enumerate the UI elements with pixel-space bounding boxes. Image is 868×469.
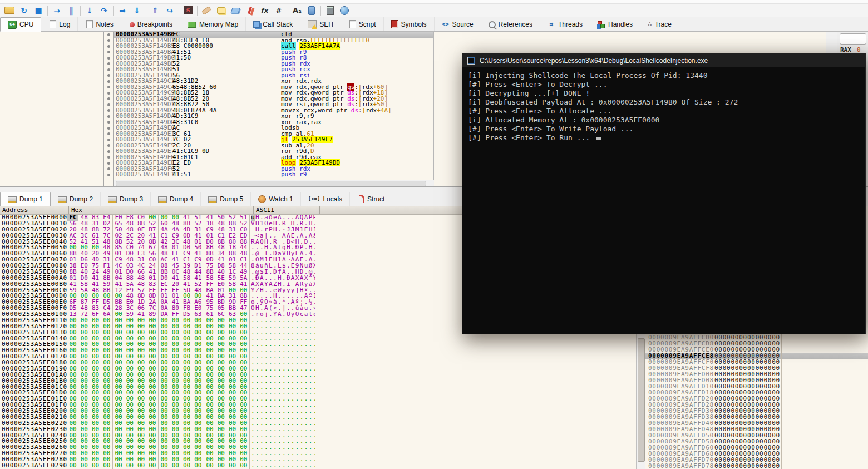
- labels-button[interactable]: [228, 4, 243, 17]
- calculator-button[interactable]: [323, 4, 337, 17]
- tab-source[interactable]: <>Source: [435, 17, 481, 31]
- tab-watch1[interactable]: Watch 1: [251, 192, 301, 206]
- breakpoint-dot-row[interactable]: [104, 113, 113, 120]
- stop-button[interactable]: ■: [31, 4, 46, 17]
- tab-trace[interactable]: ∴Trace: [640, 17, 679, 31]
- breakpoint-dot[interactable]: [107, 68, 110, 71]
- breakpoint-dot-row[interactable]: [104, 67, 113, 73]
- tab-locals[interactable]: [x=]Locals: [301, 192, 350, 206]
- breakpoint-dot-row[interactable]: [104, 102, 113, 108]
- tab-symbols[interactable]: Symbols: [384, 17, 435, 31]
- breakpoint-dot[interactable]: [107, 80, 110, 83]
- tab-threads[interactable]: ⇉Threads: [540, 17, 590, 31]
- breakpoint-dot-row[interactable]: [104, 125, 113, 131]
- functions-button[interactable]: fx: [257, 4, 272, 17]
- stack-row[interactable]: 0000009EA9AFFD780000000000000000: [645, 463, 868, 469]
- run-button[interactable]: →: [50, 4, 64, 17]
- breakpoint-dot[interactable]: [107, 127, 110, 130]
- breakpoint-dot[interactable]: [107, 92, 110, 95]
- breakpoint-dot[interactable]: [107, 144, 110, 147]
- step-into-button[interactable]: ↓: [82, 4, 97, 17]
- breakpoint-dot-row[interactable]: [104, 108, 113, 114]
- run-to-user-code-button[interactable]: ⇒: [115, 4, 130, 17]
- breakpoint-dot[interactable]: [107, 115, 110, 118]
- tab-breakpoints[interactable]: Breakpoints: [121, 17, 180, 31]
- breakpoint-dot[interactable]: [107, 174, 110, 176]
- dump-header-ascii[interactable]: ASCII: [254, 206, 320, 214]
- breakpoint-dot[interactable]: [107, 33, 110, 36]
- pause-button[interactable]: ‖: [64, 4, 78, 17]
- breakpoint-dot-row[interactable]: [104, 166, 113, 172]
- dump-header-address[interactable]: Address: [0, 206, 69, 214]
- tab-dump5[interactable]: Dump 5: [201, 192, 251, 206]
- breakpoint-dot-row[interactable]: [104, 61, 113, 67]
- breakpoint-dot-row[interactable]: [104, 50, 113, 56]
- scylla-button[interactable]: S: [181, 4, 195, 17]
- breakpoint-dot[interactable]: [107, 39, 110, 42]
- breakpoint-dot[interactable]: [107, 156, 110, 159]
- execute-till-return-button[interactable]: ⇑: [148, 4, 162, 17]
- breakpoint-dot-row[interactable]: [104, 73, 113, 79]
- registers-toolbox[interactable]: [840, 33, 866, 45]
- breakpoint-dot[interactable]: [107, 121, 110, 124]
- dump-header-hex[interactable]: Hex: [69, 206, 254, 214]
- disassembly-row[interactable]: 00000253A5F149F141:51push r9: [114, 172, 433, 178]
- breakpoint-dot[interactable]: [107, 57, 110, 60]
- comments-button[interactable]: [214, 4, 228, 17]
- console-titlebar[interactable]: C:\Users\User\source\repos\Lesson3\x64\D…: [462, 53, 865, 67]
- tab-call-stack[interactable]: Call Stack: [246, 17, 300, 31]
- tab-notes[interactable]: Notes: [78, 17, 121, 31]
- breakpoint-dot[interactable]: [107, 167, 110, 170]
- breakpoint-dot-row[interactable]: [104, 55, 113, 61]
- tab-struct[interactable]: Struct: [350, 192, 392, 206]
- tab-handles[interactable]: Handles: [590, 17, 640, 31]
- breakpoint-dot-row[interactable]: [104, 96, 113, 102]
- breakpoint-dot[interactable]: [107, 109, 110, 112]
- breakpoint-dot-row[interactable]: [104, 160, 113, 166]
- tab-seh[interactable]: SEH: [300, 17, 341, 31]
- breakpoint-dot-row[interactable]: [104, 43, 113, 50]
- tab-dump3[interactable]: Dump 3: [101, 192, 151, 206]
- internet-button[interactable]: [337, 4, 352, 17]
- tab-dump2[interactable]: Dump 2: [51, 192, 101, 206]
- breakpoint-dot-row[interactable]: [104, 38, 113, 44]
- tab-references[interactable]: References: [481, 17, 540, 31]
- breakpoint-dot[interactable]: [107, 162, 110, 165]
- breakpoint-dot[interactable]: [107, 86, 110, 88]
- disassembly-rows[interactable]: 00000253A5F149B0FCcld00000253A5F149B148:…: [114, 32, 434, 180]
- breakpoint-gutter[interactable]: [103, 32, 114, 186]
- step-over-button[interactable]: ↷: [97, 4, 111, 17]
- breakpoint-dot-row[interactable]: [104, 85, 113, 91]
- hash-button[interactable]: #: [272, 4, 286, 17]
- open-file-button[interactable]: [2, 4, 17, 17]
- attach-button[interactable]: ↪: [162, 4, 177, 17]
- text-size-button[interactable]: A₂: [290, 4, 304, 17]
- notifier-device-button[interactable]: [304, 4, 319, 17]
- breakpoint-dot-row[interactable]: [104, 149, 113, 155]
- restart-button[interactable]: ↻: [17, 4, 31, 17]
- breakpoint-dot[interactable]: [107, 62, 110, 65]
- patches-button[interactable]: [199, 4, 214, 17]
- breakpoint-dot[interactable]: [107, 139, 110, 141]
- breakpoint-dot-row[interactable]: [104, 131, 113, 137]
- breakpoint-dot[interactable]: [107, 45, 110, 48]
- step-out-button[interactable]: ⇓: [130, 4, 144, 17]
- stack-rows[interactable]: 0000009EA9AFFCD000000000000000000000009E…: [645, 334, 868, 469]
- hscrollbar-thumb[interactable]: [116, 181, 426, 186]
- breakpoint-dot-row[interactable]: [104, 120, 113, 126]
- dump-vscrollbar-thumb[interactable]: [638, 338, 645, 462]
- tab-dump4[interactable]: Dump 4: [151, 192, 201, 206]
- breakpoint-dot-row[interactable]: [104, 78, 113, 85]
- breakpoint-dot[interactable]: [107, 132, 110, 135]
- dump-row[interactable]: 00000253A5EE0290000000000000000000000000…: [0, 463, 636, 469]
- breakpoint-dot-row[interactable]: [104, 172, 113, 178]
- tab-script[interactable]: Script: [341, 17, 384, 31]
- breakpoint-dot[interactable]: [107, 74, 110, 77]
- tab-log[interactable]: Log: [41, 17, 78, 31]
- breakpoint-dot-row[interactable]: [104, 32, 113, 38]
- breakpoint-dot-row[interactable]: [104, 137, 113, 143]
- breakpoint-dot[interactable]: [107, 150, 110, 153]
- console-window[interactable]: C:\Users\User\source\repos\Lesson3\x64\D…: [462, 53, 866, 334]
- breakpoint-dot-row[interactable]: [104, 90, 113, 96]
- breakpoint-dot[interactable]: [107, 51, 110, 53]
